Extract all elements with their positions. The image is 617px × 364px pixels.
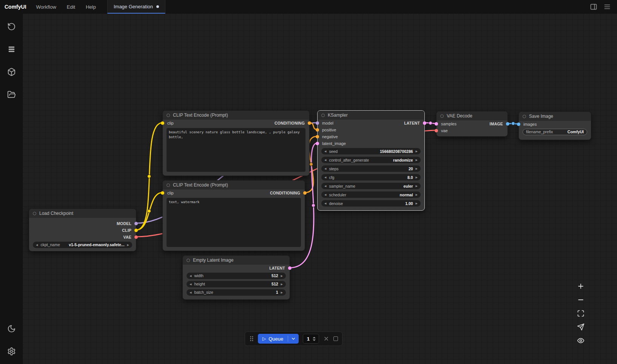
widget-width[interactable]: ◀ width 512 ▶ [187, 273, 286, 279]
collapse-toggle-icon[interactable] [321, 114, 325, 117]
model-library-icon[interactable] [5, 65, 18, 79]
queue-history-icon[interactable] [5, 20, 18, 33]
increment-icon[interactable]: ▶ [416, 167, 418, 170]
node-ksampler[interactable]: KSampler model LATENT positive negative … [317, 110, 425, 211]
prev-value-icon[interactable]: ◀ [324, 159, 326, 161]
prompt-textarea[interactable]: beautiful scenery nature glass bottle la… [167, 128, 305, 172]
collapse-toggle-icon[interactable] [523, 115, 526, 118]
select-mode-cursor-icon[interactable] [576, 322, 585, 332]
output-conditioning-port[interactable] [303, 191, 307, 195]
queue-button[interactable]: ▷ Queue [258, 334, 299, 344]
output-clip-port[interactable] [134, 229, 138, 232]
settings-gear-icon[interactable] [5, 344, 18, 358]
widget-height[interactable]: ◀ height 512 ▶ [187, 281, 286, 287]
input-clip-port[interactable] [161, 191, 164, 195]
clear-queue-icon[interactable] [323, 336, 329, 342]
count-decrement-icon[interactable] [313, 339, 316, 341]
node-save-image[interactable]: Save Image images filename_prefix ComfyU… [518, 111, 591, 140]
input-clip-port[interactable] [161, 122, 164, 125]
widget-control-after-generate[interactable]: ◀ control_after_generate randomize ▶ [321, 157, 421, 163]
input-images-port[interactable] [517, 123, 520, 126]
queue-options-chevron-icon[interactable] [288, 336, 299, 341]
input-model-port[interactable] [316, 122, 319, 125]
increment-icon[interactable]: ▶ [416, 176, 418, 179]
link-clip-negative[interactable] [136, 193, 162, 230]
collapse-toggle-icon[interactable] [440, 114, 444, 118]
tab-image-generation[interactable]: Image Generation [107, 0, 165, 14]
link-midpoint-dot[interactable] [310, 163, 313, 166]
link-midpoint-dot[interactable] [312, 204, 315, 207]
link-midpoint-dot[interactable] [148, 175, 151, 178]
zoom-out-icon[interactable] [576, 295, 585, 304]
decrement-icon[interactable]: ◀ [324, 202, 326, 205]
node-title-bar[interactable]: CLIP Text Encode (Prompt) [163, 111, 309, 120]
prev-value-icon[interactable]: ◀ [36, 244, 38, 246]
node-empty-latent-image[interactable]: Empty Latent Image LATENT ◀ width 512 ▶ … [182, 255, 290, 300]
input-latent-image-port[interactable] [316, 142, 319, 145]
output-latent-port[interactable] [288, 267, 292, 270]
widget-scheduler[interactable]: ◀ scheduler normal ▶ [321, 191, 421, 198]
link-midpoint-dot[interactable] [148, 210, 151, 213]
widget-cfg[interactable]: ◀ cfg 8.0 ▶ [321, 174, 421, 180]
output-model-port[interactable] [134, 222, 138, 225]
output-conditioning-port[interactable] [308, 122, 311, 125]
collapse-toggle-icon[interactable] [187, 259, 190, 262]
node-title-bar[interactable]: CLIP Text Encode (Prompt) [163, 180, 305, 190]
input-negative-port[interactable] [316, 135, 319, 139]
collapse-toggle-icon[interactable] [33, 212, 36, 215]
increment-icon[interactable]: ▶ [416, 202, 418, 205]
collapse-toggle-icon[interactable] [167, 184, 170, 187]
toggle-links-visibility-eye-icon[interactable] [576, 336, 585, 345]
decrement-icon[interactable]: ◀ [324, 176, 326, 179]
menu-item-edit[interactable]: Edit [67, 4, 75, 10]
widget-batch-size[interactable]: ◀ batch_size 1 ▶ [187, 289, 286, 296]
theme-toggle-moon-icon[interactable] [5, 322, 18, 335]
input-samples-port[interactable] [435, 122, 438, 126]
decrement-icon[interactable]: ◀ [190, 291, 191, 294]
input-positive-port[interactable] [316, 128, 319, 132]
menu-item-workflow[interactable]: Workflow [36, 4, 56, 10]
decrement-icon[interactable]: ◀ [190, 283, 191, 285]
fit-view-icon[interactable] [576, 309, 585, 318]
input-vae-port[interactable] [435, 129, 438, 133]
node-library-icon[interactable] [5, 42, 18, 56]
node-clip-text-encode-positive[interactable]: CLIP Text Encode (Prompt) clip CONDITION… [162, 110, 310, 176]
next-value-icon[interactable]: ▶ [416, 185, 418, 187]
toggle-panel-icon[interactable] [590, 3, 597, 11]
node-title-bar[interactable]: Load Checkpoint [29, 209, 136, 218]
output-latent-port[interactable] [423, 122, 426, 125]
widget-filename-prefix[interactable]: filename_prefix ComfyUI [523, 129, 587, 135]
drag-handle-icon[interactable] [249, 335, 254, 342]
node-load-checkpoint[interactable]: Load Checkpoint MODEL CLIP VAE ◀ ckpt_na… [29, 208, 136, 251]
stop-icon[interactable] [333, 336, 338, 341]
next-value-icon[interactable]: ▶ [416, 159, 418, 161]
node-title-bar[interactable]: Empty Latent Image [183, 256, 290, 265]
increment-icon[interactable]: ▶ [416, 150, 418, 153]
decrement-icon[interactable]: ◀ [324, 150, 326, 153]
prev-value-icon[interactable]: ◀ [324, 185, 326, 187]
node-title-bar[interactable]: Save Image [519, 112, 591, 121]
batch-count-stepper[interactable]: 1 [303, 334, 319, 344]
node-title-bar[interactable]: KSampler [318, 111, 424, 120]
increment-icon[interactable]: ▶ [281, 291, 283, 294]
workflows-folder-icon[interactable] [5, 88, 18, 101]
link-clip-positive[interactable] [136, 123, 162, 230]
widget-denoise[interactable]: ◀ denoise 1.00 ▶ [321, 200, 421, 207]
widget-steps[interactable]: ◀ steps 20 ▶ [321, 165, 421, 172]
node-graph-canvas[interactable]: Load Checkpoint MODEL CLIP VAE ◀ ckpt_na… [23, 14, 617, 364]
menu-item-help[interactable]: Help [86, 4, 96, 10]
node-title-bar[interactable]: VAE Decode [437, 111, 507, 120]
prev-value-icon[interactable]: ◀ [324, 193, 326, 196]
hamburger-menu-icon[interactable] [603, 3, 611, 11]
node-clip-text-encode-negative[interactable]: CLIP Text Encode (Prompt) clip CONDITION… [162, 180, 305, 251]
output-vae-port[interactable] [134, 236, 138, 239]
decrement-icon[interactable]: ◀ [190, 275, 191, 277]
next-value-icon[interactable]: ▶ [127, 244, 129, 246]
increment-icon[interactable]: ▶ [281, 283, 283, 285]
count-increment-icon[interactable] [313, 337, 316, 338]
decrement-icon[interactable]: ◀ [324, 167, 326, 170]
zoom-in-icon[interactable] [576, 282, 585, 291]
output-image-port[interactable] [506, 122, 509, 126]
increment-icon[interactable]: ▶ [281, 275, 283, 277]
widget-ckpt-name[interactable]: ◀ ckpt_name v1-5-pruned-emaonly.safete..… [33, 242, 132, 248]
